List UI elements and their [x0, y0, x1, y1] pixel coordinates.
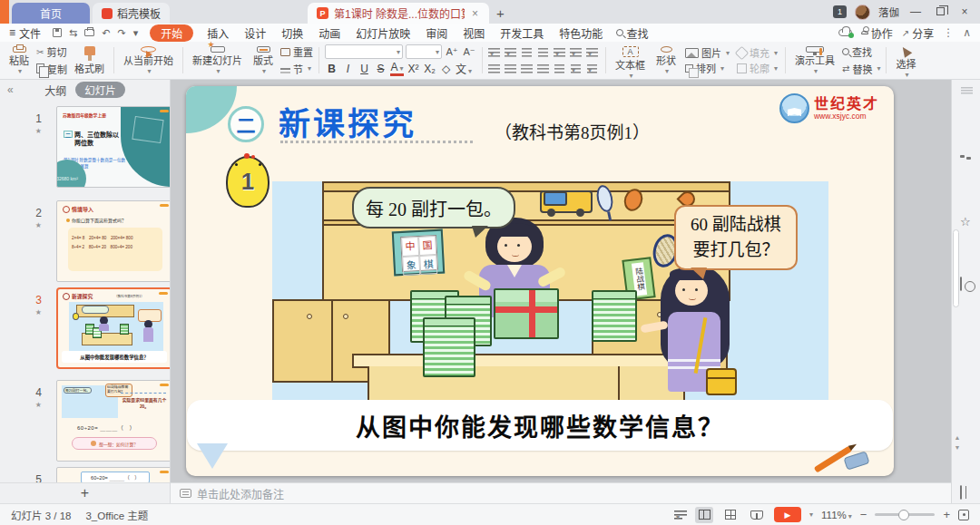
print-icon[interactable]	[84, 29, 94, 36]
line-spacing-button[interactable]	[570, 63, 583, 73]
normal-view-button[interactable]	[695, 507, 713, 523]
bold-button[interactable]: B	[325, 63, 338, 75]
notes-toggle-button[interactable]	[674, 510, 687, 520]
tab-slides[interactable]: 幻灯片	[75, 82, 125, 98]
collapse-ribbon-icon[interactable]: ∧	[963, 26, 971, 39]
message-badge[interactable]: 1	[833, 5, 847, 18]
new-slide-button[interactable]: 新建幻灯片	[189, 44, 246, 77]
paste-button[interactable]: 粘贴	[5, 44, 33, 77]
play-from-current-button[interactable]: 从当前开始	[120, 44, 177, 77]
text-effect-button[interactable]: 文	[456, 61, 469, 76]
output-icon[interactable]: ⇆	[69, 27, 77, 39]
slide-title[interactable]: 新课探究	[279, 98, 416, 144]
align-objects-button[interactable]	[586, 63, 600, 73]
section-button[interactable]: 节	[280, 62, 313, 76]
fill-button[interactable]: 填充	[737, 45, 778, 60]
fit-slide-button[interactable]	[958, 510, 969, 520]
find-button[interactable]: 查找	[842, 44, 880, 59]
slide-thumbnail-4[interactable]: 每20副打一包。 60副陆战棋需要打几包？ 实际是求60里面有几个20。 60÷…	[56, 380, 170, 462]
text-direction-button[interactable]	[570, 47, 583, 57]
speech-bubble-left[interactable]: 每 20 副打一包。	[352, 187, 515, 228]
menu-home[interactable]: 开始	[150, 24, 193, 42]
new-tab-button[interactable]: +	[496, 3, 505, 24]
share-button[interactable]: ↗分享	[902, 25, 934, 41]
menu-design[interactable]: 设计	[242, 24, 268, 42]
question-banner[interactable]: 从图中你能发现哪些数学信息？	[187, 400, 893, 451]
increase-indent-button[interactable]	[537, 47, 551, 57]
menu-review[interactable]: 审阅	[424, 24, 449, 42]
slide-sorter-button[interactable]	[721, 507, 740, 523]
font-size-select[interactable]: ▾	[406, 44, 442, 59]
notes-bar[interactable]: 单击此处添加备注	[171, 482, 951, 503]
speech-bubble-right[interactable]: 60 副陆战棋 要打几包？	[674, 205, 798, 270]
columns-button[interactable]	[554, 47, 567, 57]
present-tools-button[interactable]: 演示工具	[791, 44, 838, 77]
menu-insert[interactable]: 插入	[205, 24, 230, 42]
format-painter-button[interactable]: 格式刷	[71, 44, 108, 77]
avatar[interactable]	[855, 5, 870, 20]
tab-document[interactable]: P 第1课时 除数是...位数的口算和笔算 ×	[308, 3, 489, 24]
more-dropdown-icon[interactable]: ▾	[133, 27, 139, 39]
bullets-button[interactable]	[488, 47, 502, 57]
vertical-scrollbar-thumb[interactable]	[953, 229, 959, 307]
object-properties-button[interactable]	[960, 152, 974, 166]
zoom-in-button[interactable]: +	[943, 508, 950, 521]
close-button[interactable]: ×	[956, 5, 973, 18]
picture-button[interactable]: 图片	[685, 45, 730, 60]
minimize-button[interactable]: —	[907, 5, 924, 18]
collab-button[interactable]: 协作	[861, 25, 893, 41]
menu-slideshow[interactable]: 幻灯片放映	[354, 24, 412, 42]
zoom-level[interactable]: 111%	[821, 510, 852, 520]
textbox-button[interactable]: A文本框	[612, 44, 649, 77]
decrease-font-button[interactable]: A⁻	[462, 46, 476, 58]
cut-button[interactable]: ✂剪切	[36, 44, 67, 59]
tab-outline[interactable]: 大纲	[44, 83, 66, 98]
font-name-select[interactable]: ▾	[325, 44, 403, 59]
clear-format-icon[interactable]: ◇	[439, 63, 453, 75]
slide-thumbnail-2[interactable]: 情境导入 你能口算下面这些算式吗？ 2×4= 8 20×4= 80 200×4=…	[56, 200, 170, 282]
shapes-button[interactable]: 形状	[652, 44, 680, 77]
increase-font-button[interactable]: A⁺	[445, 46, 459, 58]
smart-effects-button[interactable]: ☆	[960, 216, 974, 229]
tab-home[interactable]: 首页	[12, 3, 90, 24]
copy-button[interactable]: 复制	[36, 62, 67, 76]
arrange-button[interactable]: 排列	[685, 61, 730, 75]
subscript-button[interactable]: X₂	[423, 63, 436, 75]
slide-thumbnail-5[interactable]: 60÷20= ＿＿＿（ ）	[56, 467, 170, 482]
play-options-dropdown[interactable]: ▾	[809, 510, 813, 519]
username[interactable]: 落伽	[878, 5, 899, 19]
reading-view-button[interactable]	[748, 507, 766, 523]
cloud-sync-icon[interactable]	[838, 29, 852, 36]
file-menu[interactable]: ≡文件	[9, 25, 41, 41]
current-slide[interactable]: 二 新课探究 （教科书第8页例1） 世纪英才www.xsjyc.com 1	[186, 86, 894, 476]
zoom-slider[interactable]	[875, 513, 935, 516]
font-color-button[interactable]: A	[390, 61, 404, 76]
close-tab-icon[interactable]: ×	[470, 7, 480, 20]
slideshow-play-button[interactable]: ▶	[774, 507, 801, 522]
menu-view[interactable]: 视图	[461, 24, 486, 42]
reset-button[interactable]: 重置	[280, 44, 313, 59]
decrease-indent-button[interactable]	[521, 47, 534, 57]
restore-button[interactable]	[932, 5, 948, 18]
workspace-grid-button[interactable]	[960, 486, 974, 500]
save-icon[interactable]	[53, 28, 62, 37]
paragraph-layout-button[interactable]	[586, 47, 600, 57]
theme-name[interactable]: 3_Office 主题	[85, 508, 148, 522]
menu-developer[interactable]: 开发工具	[498, 24, 545, 42]
zoom-slider-thumb[interactable]	[898, 510, 909, 520]
shape-tools-button[interactable]	[960, 277, 974, 291]
replace-button[interactable]: ⇄替换	[842, 62, 880, 76]
layout-button[interactable]: 版式	[250, 44, 277, 77]
select-button[interactable]: 选择	[892, 44, 919, 77]
align-right-button[interactable]	[521, 63, 534, 73]
underline-button[interactable]: U	[358, 63, 371, 75]
tab-docer[interactable]: 稻壳模板	[93, 3, 170, 24]
more-menu-icon[interactable]: ⋮	[943, 26, 954, 39]
wps-logo[interactable]	[0, 0, 9, 24]
superscript-button[interactable]: X²	[407, 63, 420, 75]
italic-button[interactable]: I	[341, 63, 355, 75]
slide-nav-arrows[interactable]: ▲▼	[954, 433, 961, 452]
shop-illustration[interactable]: 中 国 象 棋 陆战棋	[272, 181, 828, 401]
numbering-button[interactable]	[505, 47, 518, 57]
undo-icon[interactable]: ↶	[102, 27, 110, 39]
